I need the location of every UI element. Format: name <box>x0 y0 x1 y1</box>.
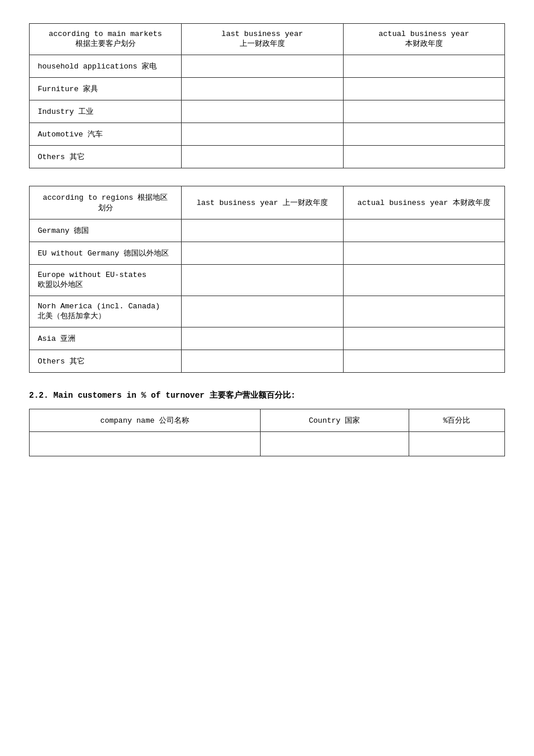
markets-row-last <box>182 100 343 123</box>
table-row: Germany 德国 <box>30 219 505 242</box>
regions-row-actual <box>343 327 504 350</box>
regions-row-last <box>182 265 343 296</box>
regions-row-label: Norh America (incl. Canada)北美（包括加拿大） <box>30 296 182 327</box>
regions-row-actual <box>343 265 504 296</box>
regions-row-label: Others 其它 <box>30 350 182 373</box>
regions-row-last <box>182 296 343 327</box>
table-row: Furniture 家具 <box>30 78 505 100</box>
markets-row-label: household applications 家电 <box>30 55 182 78</box>
regions-row-last <box>182 327 343 350</box>
markets-row-label: Furniture 家具 <box>30 78 182 100</box>
markets-row-last <box>182 78 343 100</box>
markets-table: according to main markets 根据主要客户划分 last … <box>29 23 505 168</box>
markets-header-col3: actual business year 本财政年度 <box>343 24 504 55</box>
regions-header-col1: according to regions 根据地区 划分 <box>30 186 182 219</box>
section2-title: 2.2. Main customers in % of turnover 主要客… <box>29 390 505 401</box>
regions-row-actual <box>343 350 504 373</box>
markets-row-last <box>182 123 343 146</box>
markets-row-actual <box>343 78 504 100</box>
customers-table: company name 公司名称 Country 国家 %百分比 <box>29 409 505 456</box>
markets-header-col2: last business year 上一财政年度 <box>182 24 343 55</box>
regions-row-last <box>182 219 343 242</box>
markets-row-label: Others 其它 <box>30 146 182 168</box>
customers-header-col1: company name 公司名称 <box>30 409 261 432</box>
table-row: Others 其它 <box>30 350 505 373</box>
customers-header-col2: Country 国家 <box>260 409 409 432</box>
regions-row-last <box>182 350 343 373</box>
customers-header-col3: %百分比 <box>409 409 504 432</box>
regions-row-label: Europe without EU-states欧盟以外地区 <box>30 265 182 296</box>
table-row: Norh America (incl. Canada)北美（包括加拿大） <box>30 296 505 327</box>
markets-row-actual <box>343 123 504 146</box>
regions-header-col2: last business year 上一财政年度 <box>182 186 343 219</box>
markets-row-last <box>182 55 343 78</box>
markets-row-last <box>182 146 343 168</box>
table-row: EU without Germany 德国以外地区 <box>30 242 505 265</box>
table-row: Europe without EU-states欧盟以外地区 <box>30 265 505 296</box>
markets-row-actual <box>343 55 504 78</box>
customers-row-percent <box>409 432 504 456</box>
table-row <box>30 432 505 456</box>
markets-header-col1: according to main markets 根据主要客户划分 <box>30 24 182 55</box>
regions-table: according to regions 根据地区 划分 last busine… <box>29 186 505 373</box>
regions-row-last <box>182 242 343 265</box>
customers-row-company <box>30 432 261 456</box>
markets-row-actual <box>343 146 504 168</box>
table-row: Industry 工业 <box>30 100 505 123</box>
table-row: household applications 家电 <box>30 55 505 78</box>
customers-row-country <box>260 432 409 456</box>
regions-row-label: EU without Germany 德国以外地区 <box>30 242 182 265</box>
markets-row-actual <box>343 100 504 123</box>
regions-row-label: Asia 亚洲 <box>30 327 182 350</box>
table-row: Others 其它 <box>30 146 505 168</box>
regions-row-actual <box>343 296 504 327</box>
markets-row-label: Automotive 汽车 <box>30 123 182 146</box>
regions-row-actual <box>343 219 504 242</box>
table-row: Automotive 汽车 <box>30 123 505 146</box>
regions-row-actual <box>343 242 504 265</box>
markets-row-label: Industry 工业 <box>30 100 182 123</box>
table-row: Asia 亚洲 <box>30 327 505 350</box>
regions-header-col3: actual business year 本财政年度 <box>343 186 504 219</box>
regions-row-label: Germany 德国 <box>30 219 182 242</box>
